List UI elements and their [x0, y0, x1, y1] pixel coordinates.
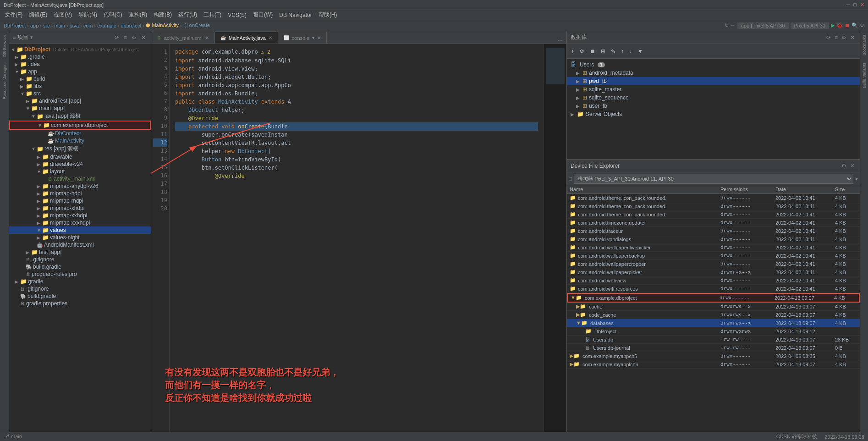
close-project-panel-icon[interactable]: ✕	[140, 34, 147, 41]
breadcrumb-dbproject[interactable]: DbProject	[4, 23, 26, 28]
breadcrumb-com[interactable]: com	[83, 23, 93, 28]
dfe-row-myappch5[interactable]: ▶📁com.example.myappch5 drwx------ 2022-0…	[567, 352, 860, 360]
db-users-item[interactable]: 🗄 Users 1	[567, 61, 860, 69]
tree-dbcontect-file[interactable]: ☕ DbContect	[9, 130, 151, 137]
dfe-row-8[interactable]: 📁com.android.wallpapercropper drwx------…	[567, 260, 860, 268]
tree-values-night-dir[interactable]: ▶ 📁 values-night	[9, 234, 151, 241]
db-table-sqlite-sequence[interactable]: ▶ ⊞ sqlite_sequence	[567, 94, 860, 102]
tree-res-dir[interactable]: ▼ 📁 res [app] 源根	[9, 144, 151, 153]
dfe-row-3[interactable]: 📁com.android.timezone.updater drwx------…	[567, 219, 860, 227]
db-settings-icon[interactable]: ⚙	[840, 34, 848, 41]
tree-src-dir[interactable]: ▼ 📁 src	[9, 90, 151, 97]
db-table-android-metadata[interactable]: ▶ ⊞ android_metadata	[567, 69, 860, 77]
tree-mipmap-hdpi[interactable]: ▶ 📁 mipmap-hdpi	[9, 190, 151, 197]
menu-window[interactable]: 窗口(W)	[250, 10, 275, 20]
tree-gitignore-app[interactable]: 🗎 .gitignore	[9, 256, 151, 263]
menu-tools[interactable]: 工具(T)	[201, 10, 224, 20]
stop-icon[interactable]: ⏹	[845, 22, 850, 29]
tree-androidtest-dir[interactable]: ▶ 📁 androidTest [app]	[9, 97, 151, 105]
menu-refactor[interactable]: 重构(R)	[126, 10, 150, 20]
dfe-row-4[interactable]: 📁com.android.traceur drwx------ 2022-04-…	[567, 227, 860, 235]
dfe-row-11[interactable]: 📁com.android.wifi.resources drwx------ 2…	[567, 285, 860, 293]
tree-mipmap-mdpi[interactable]: ▶ 📁 mipmap-mdpi	[9, 197, 151, 204]
tree-drawable-v24-dir[interactable]: ▶ 📁 drawable-v24	[9, 160, 151, 168]
project-dropdown-icon[interactable]: ▾	[30, 34, 33, 40]
dfe-row-2[interactable]: 📁com.android.theme.icon_pack.rounded. dr…	[567, 210, 860, 219]
tree-build-dir[interactable]: ▶ 📁 build	[9, 75, 151, 83]
menu-build[interactable]: 构建(B)	[151, 10, 175, 20]
gear-icon[interactable]: ⚙	[130, 34, 138, 41]
bookmarks-label[interactable]: Bookmarks	[862, 31, 867, 59]
tree-gradle-dir[interactable]: ▶ 📁 .gradle	[9, 53, 151, 61]
dfe-row-users-db-journal[interactable]: 🗎Users.db-journal -rw-rw---- 2022-04-13 …	[567, 344, 860, 352]
dfe-row-6[interactable]: 📁com.android.wallpaper.livepicker drwx--…	[567, 243, 860, 252]
dfe-row-myapplch6[interactable]: ▶📁com.example.myapplch6 drwx------ 2022-…	[567, 360, 860, 369]
window-controls[interactable]: ─ □ ✕	[846, 2, 864, 8]
db-add-btn[interactable]: +	[569, 45, 577, 57]
db-disconnect-btn[interactable]: ⏹	[588, 45, 598, 57]
db-table-user-tb[interactable]: ▶ ⊞ user_tb	[567, 102, 860, 110]
console-dropdown-icon[interactable]: ▾	[312, 35, 314, 40]
tree-package-dir[interactable]: ▼ 📁 com.example.dbproject	[9, 121, 151, 130]
db-close-icon[interactable]: ✕	[849, 34, 856, 41]
db-browser-label[interactable]: DB Browser	[2, 31, 7, 61]
db-export-btn[interactable]: ↑	[619, 45, 626, 57]
tree-test-dir[interactable]: ▶ 📁 test [app]	[9, 248, 151, 256]
tree-build-gradle-app[interactable]: 🐘 build.gradle	[9, 263, 151, 270]
breadcrumb-java[interactable]: java	[70, 23, 79, 28]
tree-app-dir[interactable]: ▼ 📁 app	[9, 68, 151, 75]
db-server-objects[interactable]: ▶ 📁 Server Objects	[567, 110, 860, 118]
breadcrumb-oncreate[interactable]: ⬡ onCreate	[183, 22, 210, 28]
db-collapse-icon[interactable]: ≡	[833, 34, 839, 41]
settings-icon[interactable]: ⚙	[860, 22, 864, 29]
minimize-btn[interactable]: ─	[846, 2, 850, 8]
tree-java-dir[interactable]: ▼ 📁 java [app] 源根	[9, 112, 151, 121]
editor-tabs-more-icon[interactable]: ⋯	[554, 37, 566, 44]
tree-drawable-dir[interactable]: ▶ 📁 drawable	[9, 153, 151, 160]
dfe-row-1[interactable]: 📁com.android.theme.icon_pack.rounded. dr…	[567, 202, 860, 210]
db-table-btn[interactable]: ⊞	[599, 45, 608, 57]
sync-icon[interactable]: ⟳	[113, 34, 121, 41]
close-tab-xml[interactable]: ✕	[205, 35, 209, 40]
tree-gradle-root-dir[interactable]: ▶ 📁 gradle	[9, 278, 151, 285]
device-selector[interactable]: Pixel 5 API 30	[791, 22, 830, 29]
close-tab-console[interactable]: ✕	[317, 35, 321, 40]
tree-mipmap-xhdpi[interactable]: ▶ 📁 mipmap-xhdpi	[9, 204, 151, 212]
tree-mipmap-xxhdpi[interactable]: ▶ 📁 mipmap-xxhdpi	[9, 212, 151, 219]
menu-file[interactable]: 文件(F)	[2, 10, 25, 20]
breadcrumb-app[interactable]: app	[30, 23, 38, 28]
tab-mainactivity-java[interactable]: ☕ MainActivity.java ✕	[215, 32, 278, 44]
dfe-device-dropdown-icon[interactable]: ▾	[855, 176, 858, 182]
refresh-icon[interactable]: ↻	[725, 22, 729, 29]
dfe-row-5[interactable]: 📁com.android.vpndialogs drwx------ 2022-…	[567, 235, 860, 243]
tree-build-gradle-root[interactable]: 🐘 build.gradle	[9, 292, 151, 300]
menu-view[interactable]: 视图(V)	[51, 10, 75, 20]
tree-gitignore-root[interactable]: 🗎 .gitignore	[9, 285, 151, 292]
menu-navigate[interactable]: 导航(N)	[76, 10, 100, 20]
breadcrumb-dbproject-pkg[interactable]: dbproject	[121, 23, 141, 28]
db-table-pwd-tb[interactable]: ▶ ⊞ pwd_tb	[567, 77, 860, 85]
dfe-row-dbproject-file[interactable]: 📁DbProject drwxrwxrwx 2022-04-13 09:12	[567, 327, 860, 336]
menu-run[interactable]: 运行(U)	[176, 10, 200, 20]
run-icon[interactable]: ▶	[831, 22, 835, 29]
build-variants-label[interactable]: Build Variants	[862, 59, 867, 92]
code-editor[interactable]: package com.example.dbpro ⚠ 2 import and…	[170, 44, 544, 432]
debug-icon[interactable]: 🐞	[836, 22, 843, 29]
tree-mipmap-anydpi[interactable]: ▶ 📁 mipmap-anydpi-v26	[9, 182, 151, 190]
dfe-row-7[interactable]: 📁com.android.wallpaperbackup drwx------ …	[567, 252, 860, 260]
db-filter-btn[interactable]: ▼	[635, 45, 645, 57]
dfe-settings-icon[interactable]: ⚙	[840, 162, 848, 170]
close-tab-java[interactable]: ✕	[269, 35, 272, 40]
maximize-btn[interactable]: □	[853, 2, 857, 8]
run-config-dropdown[interactable]: app | Pixel 5 API 30	[737, 22, 789, 29]
tree-activity-main-xml[interactable]: 🗎 activity_main.xml	[9, 175, 151, 182]
db-connect-btn[interactable]: ⟳	[577, 45, 587, 57]
dfe-row-com-example-dbproject[interactable]: ▼📁com.example.dbproject drwx------ 2022-…	[567, 293, 860, 303]
dfe-row-users-db[interactable]: 🗄Users.db -rw-rw---- 2022-04-13 09:07 28…	[567, 336, 860, 344]
tree-idea-dir[interactable]: ▶ 📁 .idea	[9, 61, 151, 68]
menu-help[interactable]: 帮助(H)	[316, 10, 340, 20]
breadcrumb-main[interactable]: main	[54, 23, 65, 28]
dfe-row-10[interactable]: 📁com.android.webview drwx------ 2022-04-…	[567, 276, 860, 285]
close-btn[interactable]: ✕	[860, 2, 864, 8]
tree-mainactivity-file[interactable]: ☕ MainActivity	[9, 137, 151, 144]
